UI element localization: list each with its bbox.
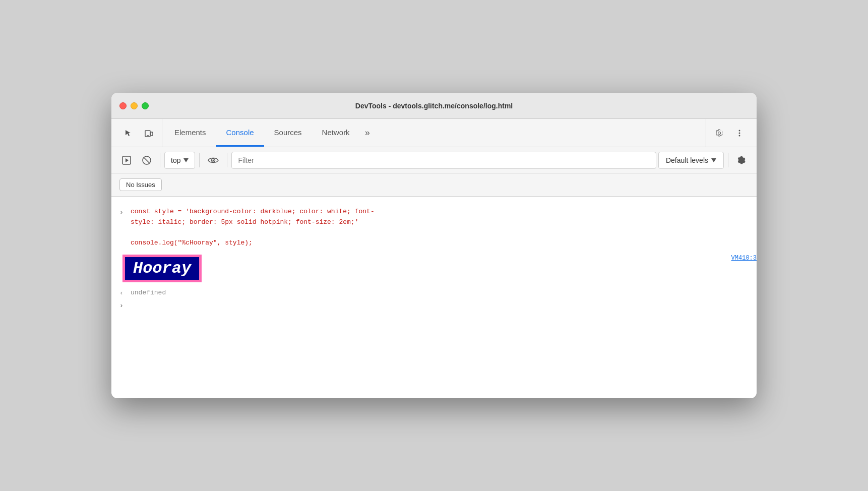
- svg-point-12: [213, 159, 214, 161]
- clear-console-button[interactable]: [138, 151, 156, 169]
- minimize-button[interactable]: [131, 102, 138, 109]
- more-options-button[interactable]: [730, 124, 749, 142]
- context-selector[interactable]: top: [164, 152, 195, 169]
- console-toolbar: top Default levels: [111, 147, 757, 173]
- code-line-3: console.log("%cHooray", style);: [131, 238, 749, 249]
- tab-bar: Elements Console Sources Network »: [111, 119, 757, 147]
- live-expressions-button[interactable]: [204, 151, 223, 169]
- title-bar: DevTools - devtools.glitch.me/console/lo…: [111, 93, 757, 119]
- toolbar-divider-2: [199, 153, 200, 167]
- console-settings-button[interactable]: [732, 151, 751, 169]
- vm-link[interactable]: VM410:3: [731, 255, 757, 262]
- filter-input[interactable]: [231, 152, 656, 169]
- issues-bar: No Issues: [111, 173, 757, 197]
- expand-arrow[interactable]: ›: [119, 208, 127, 218]
- code-line-1: const style = 'background-color: darkblu…: [131, 207, 749, 217]
- tab-console[interactable]: Console: [216, 119, 264, 147]
- code-line-2: style: italic; border: 5px solid hotpink…: [131, 217, 749, 228]
- svg-marker-13: [711, 158, 716, 162]
- inspect-element-button[interactable]: [119, 124, 138, 142]
- console-content: › const style = 'background-color: darkb…: [111, 197, 757, 398]
- svg-marker-7: [126, 158, 129, 162]
- toolbar-divider-3: [227, 153, 227, 167]
- code-block: const style = 'background-color: darkblu…: [131, 207, 749, 249]
- settings-button[interactable]: [710, 124, 728, 142]
- toolbar-divider-1: [160, 153, 160, 167]
- run-script-button[interactable]: [117, 151, 136, 169]
- devtools-icons: [115, 119, 162, 147]
- hooray-output-container: Hooray VM410:3: [122, 255, 757, 282]
- no-issues-button[interactable]: No Issues: [119, 178, 162, 191]
- svg-rect-1: [151, 132, 153, 136]
- more-tabs-button[interactable]: »: [360, 119, 375, 147]
- svg-marker-10: [183, 158, 189, 162]
- devtools-window: DevTools - devtools.glitch.me/console/lo…: [111, 93, 757, 398]
- console-entry-code: › const style = 'background-color: darkb…: [111, 205, 757, 251]
- console-prompt[interactable]: ›: [111, 299, 757, 312]
- svg-point-5: [739, 135, 740, 136]
- tab-elements[interactable]: Elements: [164, 119, 216, 147]
- svg-line-9: [144, 157, 150, 163]
- maximize-button[interactable]: [142, 102, 149, 109]
- svg-point-3: [739, 130, 740, 131]
- window-title: DevTools - devtools.glitch.me/console/lo…: [355, 102, 513, 110]
- prompt-arrow: ›: [119, 302, 127, 310]
- return-arrow: ‹: [119, 289, 127, 297]
- tab-right-icons: [706, 119, 753, 147]
- tab-sources[interactable]: Sources: [264, 119, 312, 147]
- log-levels-selector[interactable]: Default levels: [658, 152, 724, 169]
- svg-point-4: [739, 132, 740, 134]
- hooray-styled-text: Hooray: [122, 255, 202, 282]
- close-button[interactable]: [119, 102, 127, 109]
- toolbar-divider-4: [728, 153, 728, 167]
- traffic-lights: [119, 102, 149, 109]
- tab-network[interactable]: Network: [312, 119, 360, 147]
- undefined-entry: ‹ undefined: [111, 286, 757, 299]
- device-toggle-button[interactable]: [140, 124, 158, 142]
